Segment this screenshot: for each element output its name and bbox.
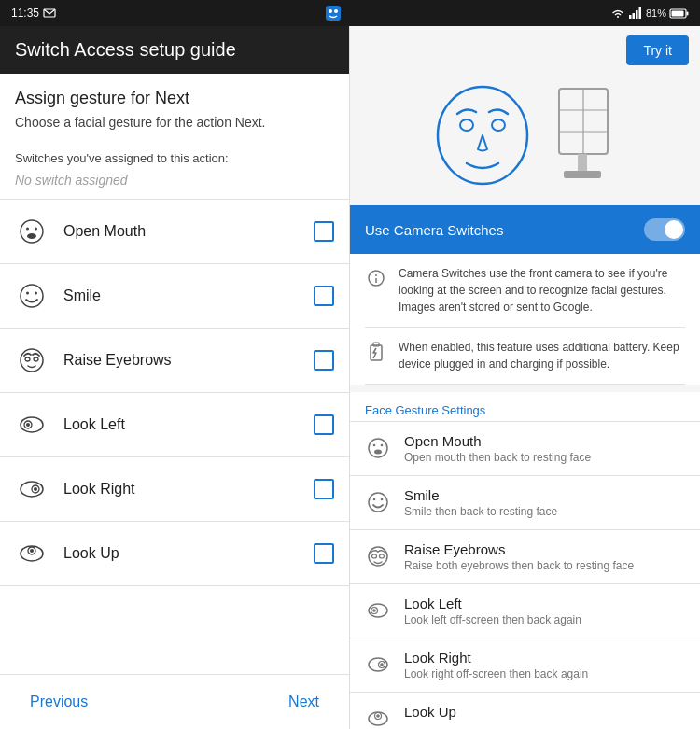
right-panel: Try it [350,26,700,729]
svg-rect-4 [629,15,632,19]
status-bar: 11:35 81% [0,0,700,26]
svg-point-16 [26,291,29,294]
face-gesture-title: Face Gesture Settings [350,392,700,421]
camera-switch-toggle[interactable] [644,218,685,241]
gesture-item-smile[interactable]: Smile [0,264,349,329]
status-icons: 81% [610,7,689,19]
smile-label: Smile [63,287,314,304]
camera-info-icon [365,267,387,289]
right-open-mouth-text: Open Mouth Open mouth then back to resti… [404,433,591,464]
svg-point-12 [26,227,29,230]
look-up-checkbox[interactable] [314,543,334,564]
look-left-checkbox[interactable] [314,414,334,435]
raise-eyebrows-icon [15,343,49,377]
info-section: Camera Switches use the front camera to … [350,254,700,385]
right-gesture-look-up[interactable]: Look Up [350,692,700,729]
right-look-right-text: Look Right Look right off-screen then ba… [404,650,588,680]
no-switch-text: No switch assigned [0,169,349,199]
left-panel: Switch Access setup guide Assign gesture… [0,26,350,729]
main-container: Switch Access setup guide Assign gesture… [0,26,700,729]
svg-rect-10 [672,10,684,16]
svg-point-23 [26,423,30,427]
look-right-icon [15,472,49,506]
gesture-item-look-left[interactable]: Look Left [0,393,349,457]
right-gesture-raise-eyebrows[interactable]: Raise Eyebrows Raise both eyebrows then … [350,529,700,583]
previous-button[interactable]: Previous [22,690,95,714]
right-open-mouth-icon [365,435,391,461]
right-look-up-icon [365,706,391,729]
gesture-item-look-right[interactable]: Look Right [0,457,349,522]
assign-desc: Choose a facial gesture for the action N… [15,114,334,133]
svg-point-56 [372,609,376,612]
left-footer: Previous Next [0,674,349,729]
assign-title: Assign gesture for Next [15,89,334,108]
smile-checkbox[interactable] [314,286,334,306]
look-right-label: Look Right [63,481,314,498]
next-button[interactable]: Next [281,690,327,714]
open-mouth-icon [15,215,49,248]
gesture-item-open-mouth[interactable]: Open Mouth [0,200,349,264]
svg-point-2 [329,9,332,13]
look-left-label: Look Left [63,416,314,433]
right-gesture-smile[interactable]: Smile Smile then back to resting face [350,475,700,529]
signal-icon [629,7,642,19]
svg-point-32 [492,119,505,131]
face-graphic [431,84,534,187]
message-icon [43,8,56,18]
right-raise-eyebrows-icon [365,543,391,569]
battery-icon [670,8,689,19]
right-gesture-list: Open Mouth Open mouth then back to resti… [350,421,700,729]
svg-rect-1 [326,6,341,21]
svg-point-31 [460,119,473,131]
svg-point-14 [27,233,36,239]
open-mouth-label: Open Mouth [63,223,314,240]
svg-rect-5 [632,13,635,19]
svg-point-29 [30,549,34,553]
look-left-icon [15,408,49,442]
right-look-left-text: Look Left Look left off-screen then back… [404,596,581,626]
svg-rect-37 [578,154,587,173]
gesture-list: Open Mouth Smile [0,199,349,586]
open-mouth-checkbox[interactable] [314,221,334,242]
svg-point-26 [34,487,37,491]
left-content: Assign gesture for Next Choose a facial … [0,74,349,674]
svg-point-52 [372,554,377,558]
svg-point-11 [21,220,43,243]
svg-point-17 [35,291,37,294]
camera-info-text: Camera Switches use the front camera to … [399,265,685,315]
look-up-icon [15,537,49,570]
svg-point-50 [381,498,384,501]
svg-rect-6 [636,10,638,19]
gesture-item-raise-eyebrows[interactable]: Raise Eyebrows [0,329,349,393]
right-smile-text: Smile Smile then back to resting face [404,487,557,518]
svg-point-49 [373,498,376,501]
right-gesture-look-right[interactable]: Look Right Look right off-screen then ba… [350,638,700,692]
right-smile-icon [365,489,391,515]
svg-rect-7 [638,7,641,19]
svg-point-48 [369,493,387,512]
svg-point-13 [35,227,37,230]
try-it-bar: Try it [350,26,700,75]
svg-point-18 [21,349,43,372]
svg-point-3 [334,9,338,13]
toggle-knob [665,220,683,239]
right-gesture-look-left[interactable]: Look Left Look left off-screen then back… [350,583,700,638]
raise-eyebrows-label: Raise Eyebrows [63,352,314,369]
app-icon [324,4,343,22]
battery-info-text: When enabled, this feature uses addition… [399,339,685,372]
try-it-button[interactable]: Try it [626,35,689,65]
svg-point-53 [380,554,385,558]
look-up-label: Look Up [63,545,314,562]
camera-switch-bar[interactable]: Use Camera Switches [350,205,700,254]
device-graphic [545,84,620,187]
gesture-item-look-up[interactable]: Look Up [0,522,349,586]
wifi-icon [610,7,625,19]
look-right-checkbox[interactable] [314,479,334,499]
info-item-battery: When enabled, this feature uses addition… [365,328,685,385]
svg-point-45 [373,444,376,447]
app-header: Switch Access setup guide [0,26,349,74]
right-gesture-open-mouth[interactable]: Open Mouth Open mouth then back to resti… [350,421,700,475]
raise-eyebrows-checkbox[interactable] [314,350,334,371]
right-look-up-text: Look Up [404,704,456,722]
right-raise-eyebrows-text: Raise Eyebrows Raise both eyebrows then … [404,541,634,572]
